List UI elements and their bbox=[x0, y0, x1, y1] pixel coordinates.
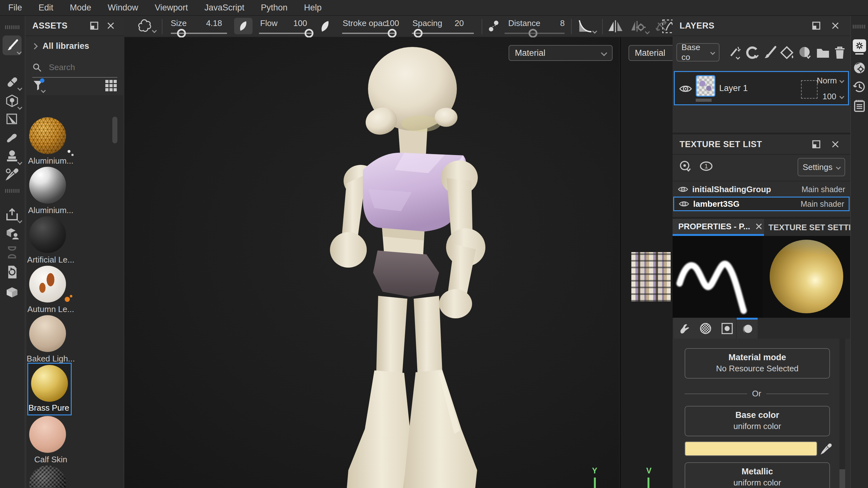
baking-button[interactable] bbox=[3, 243, 22, 261]
shader-settings-button[interactable] bbox=[853, 61, 866, 75]
scatter-icon[interactable] bbox=[488, 20, 500, 33]
texture-set-visibility-icon[interactable] bbox=[679, 200, 689, 208]
menu-python[interactable]: Python bbox=[261, 3, 287, 13]
export-button[interactable] bbox=[3, 205, 22, 223]
add-folder-icon[interactable] bbox=[816, 46, 830, 59]
eraser-tool-button[interactable] bbox=[3, 73, 22, 91]
smudge-tool-button[interactable] bbox=[3, 129, 22, 147]
color-picker-icon[interactable] bbox=[820, 443, 833, 455]
texture-set-visibility-icon[interactable] bbox=[678, 186, 688, 193]
character-model[interactable] bbox=[124, 37, 619, 488]
assets-scrollbar[interactable] bbox=[112, 117, 117, 143]
layer-name[interactable]: Layer 1 bbox=[719, 84, 748, 93]
flow-slider-knob[interactable] bbox=[305, 29, 313, 38]
share-asset-button[interactable] bbox=[3, 225, 22, 242]
base-color-swatch[interactable] bbox=[685, 442, 817, 456]
close-icon[interactable] bbox=[831, 139, 840, 149]
menu-mode[interactable]: Mode bbox=[70, 3, 91, 13]
brush-preset-button[interactable] bbox=[137, 19, 152, 34]
properties-scrollbar-thumb[interactable] bbox=[839, 469, 845, 488]
tab-texture-set-settings[interactable]: TEXTURE SET SETTI... bbox=[764, 219, 850, 236]
search-input[interactable] bbox=[48, 62, 113, 73]
dock-drag-handle[interactable] bbox=[5, 25, 20, 29]
base-color-button[interactable]: Base color uniform color bbox=[685, 406, 830, 436]
asset-item[interactable]: Autumn Le... bbox=[29, 266, 66, 302]
mask-visibility-icon[interactable] bbox=[679, 160, 693, 172]
symmetry-icon[interactable] bbox=[608, 20, 623, 33]
properties-scrollbar-track[interactable] bbox=[839, 339, 845, 488]
tab-properties[interactable]: PROPERTIES - P... bbox=[673, 219, 764, 236]
symmetry-settings-button[interactable] bbox=[631, 20, 646, 33]
material-mode-button[interactable]: Material mode No Resource Selected bbox=[685, 348, 830, 379]
size-value[interactable]: 4.18 bbox=[193, 19, 222, 28]
asset-item-selected[interactable]: Brass Pure bbox=[27, 363, 72, 415]
add-mask-icon[interactable] bbox=[798, 46, 813, 60]
material-picker-tool-button[interactable] bbox=[3, 165, 22, 183]
layer-mask-placeholder[interactable] bbox=[801, 80, 817, 99]
popout-icon[interactable] bbox=[90, 21, 99, 30]
polygon-fill-tool-button[interactable] bbox=[3, 110, 22, 128]
viewport-shading-dropdown[interactable]: Material bbox=[508, 45, 613, 61]
layer-opacity-dropdown[interactable]: 100 bbox=[823, 92, 844, 101]
menu-edit[interactable]: Edit bbox=[39, 3, 54, 13]
popout-icon[interactable] bbox=[811, 139, 821, 149]
add-paint-layer-icon[interactable] bbox=[763, 46, 777, 60]
close-icon[interactable] bbox=[106, 21, 116, 30]
flow-value[interactable]: 100 bbox=[283, 19, 307, 28]
stroke-opacity-value[interactable]: 100 bbox=[375, 19, 399, 28]
add-effect-icon[interactable] bbox=[728, 46, 741, 60]
size-slider-knob[interactable] bbox=[177, 29, 186, 38]
asset-item[interactable]: Calf Skin bbox=[29, 416, 66, 453]
history-button[interactable] bbox=[853, 80, 866, 94]
assets-library-button[interactable] bbox=[3, 284, 22, 301]
menu-window[interactable]: Window bbox=[108, 3, 138, 13]
texture-set-row-selected[interactable]: lambert3SG Main shader bbox=[673, 197, 849, 211]
asset-item[interactable]: Baked Ligh... bbox=[29, 315, 66, 352]
viewport2d-shading-dropdown[interactable]: Material bbox=[628, 45, 673, 61]
asset-item[interactable]: Aluminium... bbox=[29, 117, 66, 154]
dock-drag-handle[interactable] bbox=[853, 25, 866, 29]
search-bar[interactable] bbox=[32, 62, 117, 78]
texture-set-row[interactable]: initialShadingGroup Main shader bbox=[673, 183, 850, 196]
metallic-button[interactable]: Metallic uniform color bbox=[685, 462, 830, 488]
spacing-slider-knob[interactable] bbox=[414, 29, 423, 38]
viewport-2d[interactable]: Material V bbox=[621, 37, 673, 488]
spacing-value[interactable]: 20 bbox=[445, 19, 464, 28]
texture-set-settings-dropdown[interactable]: Settings bbox=[798, 158, 845, 176]
dock-drag-handle[interactable] bbox=[5, 189, 20, 193]
stencil-tab-icon[interactable] bbox=[721, 322, 734, 335]
asset-item[interactable]: Artificial Le... bbox=[29, 216, 66, 253]
grid-view-icon[interactable] bbox=[105, 79, 117, 92]
delete-layer-icon[interactable] bbox=[834, 46, 846, 60]
close-icon[interactable] bbox=[755, 223, 763, 230]
resources-updater-button[interactable] bbox=[3, 263, 22, 281]
menu-file[interactable]: File bbox=[8, 3, 22, 13]
asset-item[interactable]: Aluminium... bbox=[29, 167, 66, 203]
falloff-button[interactable] bbox=[578, 19, 592, 33]
layer-row[interactable]: Layer 1 Norm 100 bbox=[674, 71, 849, 105]
material-properties-tab-active[interactable] bbox=[737, 318, 757, 339]
paint-tool-button[interactable] bbox=[3, 35, 22, 55]
menu-viewport[interactable]: Viewport bbox=[155, 3, 188, 13]
menu-help[interactable]: Help bbox=[304, 3, 322, 13]
viewport-3d[interactable]: Material Y bbox=[124, 37, 619, 488]
blend-mode-dropdown[interactable]: Norm bbox=[816, 76, 844, 86]
alpha-tab-icon[interactable] bbox=[699, 322, 712, 335]
popout-icon[interactable] bbox=[811, 21, 821, 30]
projection-tool-button[interactable] bbox=[3, 92, 22, 110]
brush-tip-button[interactable] bbox=[234, 18, 252, 34]
menu-javascript[interactable]: JavaScript bbox=[204, 3, 244, 13]
add-fill-layer-icon[interactable] bbox=[780, 46, 795, 60]
log-button[interactable] bbox=[853, 99, 866, 113]
clone-tool-button[interactable] bbox=[3, 147, 22, 165]
library-filter[interactable]: All libraries bbox=[32, 41, 89, 51]
brush-properties-tab-icon[interactable] bbox=[678, 322, 691, 335]
channel-filter-dropdown[interactable]: Base co bbox=[676, 43, 719, 62]
add-smart-material-icon[interactable] bbox=[745, 46, 759, 60]
layer-thumbnail[interactable] bbox=[696, 75, 715, 97]
filter-button[interactable] bbox=[32, 79, 44, 92]
solo-visibility-icon[interactable]: 1 bbox=[699, 160, 713, 172]
stroke-opacity-slider-knob[interactable] bbox=[388, 29, 397, 38]
layer-visibility-icon[interactable] bbox=[679, 84, 692, 94]
display-settings-button[interactable] bbox=[853, 39, 866, 52]
